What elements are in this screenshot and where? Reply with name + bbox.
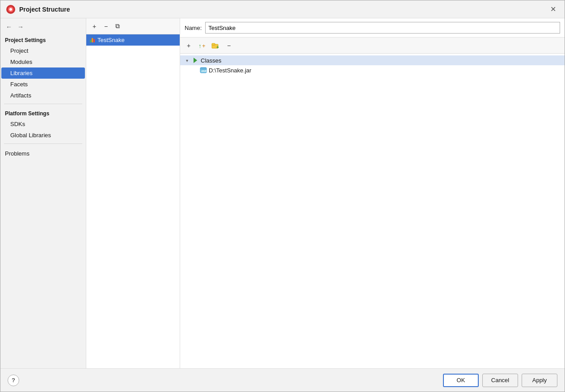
title-bar: Project Structure ✕ [0, 0, 565, 18]
remove-library-button[interactable]: − [101, 21, 111, 32]
classes-label: Classes [201, 57, 221, 64]
sidebar-item-project[interactable]: Project [0, 45, 86, 56]
name-row: Name: [180, 18, 565, 38]
sidebar-item-facets[interactable]: Facets [0, 79, 86, 90]
copy-library-button[interactable]: ⧉ [112, 21, 123, 32]
name-label: Name: [185, 25, 202, 31]
ok-button[interactable]: OK [443, 374, 479, 387]
cancel-button[interactable]: Cancel [482, 374, 518, 387]
remove-entry-button[interactable]: − [223, 40, 235, 51]
sidebar-item-problems[interactable]: Problems [0, 147, 86, 159]
back-button[interactable]: ← [4, 22, 14, 32]
classes-icon [192, 57, 199, 64]
add-library-button[interactable]: + [89, 21, 100, 32]
add-spec-icon: ↑ + [198, 42, 206, 50]
nav-row: ← → [0, 20, 86, 34]
dialog-title: Project Structure [19, 6, 70, 13]
sidebar-item-libraries[interactable]: Libraries [1, 67, 85, 79]
sidebar-item-artifacts[interactable]: Artifacts [0, 90, 86, 101]
apply-button[interactable]: Apply [522, 374, 557, 387]
library-items: TestSnake [86, 34, 180, 368]
svg-point-2 [9, 8, 12, 11]
library-item-label: TestSnake [97, 37, 125, 43]
close-button[interactable]: ✕ [547, 3, 559, 16]
sidebar-divider-2 [4, 143, 82, 144]
chevron-down-icon: ▾ [184, 58, 190, 63]
bottom-left: ? [8, 375, 19, 386]
sidebar-item-modules[interactable]: Modules [0, 56, 86, 67]
help-button[interactable]: ? [8, 375, 19, 386]
svg-text:+: + [202, 42, 206, 49]
add-entry-button[interactable]: + [183, 40, 194, 51]
sidebar: ← → Project Settings Project Modules Lib… [0, 18, 86, 368]
project-settings-label: Project Settings [0, 34, 86, 45]
title-bar-left: Project Structure [6, 4, 70, 14]
sidebar-divider [4, 104, 82, 104]
add-folder-button[interactable]: + [210, 40, 221, 51]
library-toolbar: + − ⧉ [86, 18, 180, 34]
project-structure-dialog: Project Structure ✕ ← → Project Settings… [0, 0, 565, 392]
main-content: ← → Project Settings Project Modules Lib… [0, 18, 565, 368]
library-list-panel: + − ⧉ Tes [86, 18, 180, 368]
sidebar-item-sdks[interactable]: SDKs [0, 118, 86, 130]
forward-button[interactable]: → [16, 22, 25, 32]
bottom-right: OK Cancel Apply [443, 374, 557, 387]
sidebar-item-global-libraries[interactable]: Global Libraries [0, 130, 86, 141]
svg-text:↑: ↑ [198, 42, 202, 49]
detail-tree: ▾ Classes JAR [180, 54, 565, 368]
jar-label: D:\TestSnake.jar [209, 67, 251, 74]
svg-marker-8 [194, 58, 197, 63]
detail-panel: Name: + ↑ + [180, 18, 565, 368]
jar-icon: JAR [200, 67, 207, 74]
tree-row-classes[interactable]: ▾ Classes [180, 55, 565, 65]
svg-text:+: + [216, 45, 219, 50]
add-spec-button[interactable]: ↑ + [196, 40, 208, 51]
bottom-bar: ? OK Cancel Apply [0, 368, 565, 392]
library-item-testsnake[interactable]: TestSnake [86, 34, 180, 46]
app-icon [6, 4, 16, 14]
svg-text:JAR: JAR [201, 70, 207, 72]
svg-rect-6 [212, 43, 215, 45]
platform-settings-label: Platform Settings [0, 107, 86, 118]
library-icon [90, 38, 95, 42]
add-folder-icon: + [211, 42, 219, 50]
name-input[interactable] [205, 22, 560, 34]
detail-toolbar: + ↑ + + [180, 38, 565, 54]
tree-row-jar[interactable]: JAR D:\TestSnake.jar [180, 65, 565, 75]
